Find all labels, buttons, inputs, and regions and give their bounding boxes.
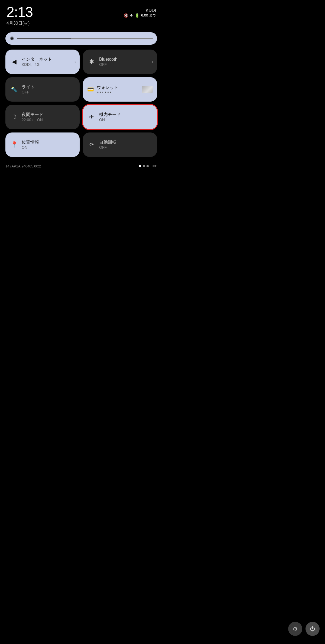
wallet-label: ウォレット: [97, 85, 139, 90]
tile-airplane[interactable]: ✈ 機内モード ON: [83, 105, 157, 129]
mute-icon: 🔇: [124, 13, 128, 18]
rotation-icon: ⟳: [88, 141, 95, 148]
status-icons: 🔇 ✈ 🔋 6:00 まで: [124, 13, 156, 18]
airplane-label: 機内モード: [99, 112, 121, 118]
airplane-status-icon: ✈: [130, 13, 133, 18]
nightmode-icon: ☽: [10, 114, 18, 121]
flashlight-icon: 🔦: [10, 86, 18, 92]
location-label: 位置情報: [22, 140, 39, 145]
wallet-card: [142, 86, 153, 93]
tile-bluetooth[interactable]: ✱ Bluetooth OFF ›: [83, 50, 157, 74]
nightmode-sublabel: 22:00 に ON: [22, 117, 43, 122]
wallet-dots: •••• ••••: [97, 90, 139, 94]
tile-nightmode[interactable]: ☽ 夜間モード 22:00 に ON: [5, 105, 80, 129]
tiles-grid: ◀ インターネット KDDI、4G › ✱ Bluetooth OFF › 🔦 …: [0, 50, 162, 157]
page-dot-2: [143, 165, 145, 167]
tile-internet[interactable]: ◀ インターネット KDDI、4G ›: [5, 50, 80, 74]
rotation-sublabel: OFF: [99, 145, 116, 150]
status-date: 4月30日(火): [0, 21, 162, 30]
brightness-bar[interactable]: ✺: [5, 32, 157, 45]
location-tile-text: 位置情報 ON: [22, 140, 39, 150]
bluetooth-chevron: ›: [152, 60, 153, 64]
build-info: 14 (AP1A.240405.002): [5, 164, 135, 168]
location-icon: 📍: [10, 141, 18, 148]
bottom-bar: 14 (AP1A.240405.002) ✏: [0, 160, 162, 172]
internet-icon: ◀: [10, 58, 18, 65]
tile-location[interactable]: 📍 位置情報 ON: [5, 132, 80, 157]
edit-icon[interactable]: ✏: [152, 163, 157, 169]
tile-flashlight[interactable]: 🔦 ライト OFF: [5, 77, 80, 102]
rotation-tile-text: 自動回転 OFF: [99, 140, 116, 150]
page-dot-3: [147, 165, 149, 167]
location-sublabel: ON: [22, 145, 39, 150]
battery-icon: 🔋: [135, 13, 139, 18]
brightness-fill: [17, 38, 71, 39]
nightmode-tile-text: 夜間モード 22:00 に ON: [22, 112, 43, 122]
tile-wallet[interactable]: 💳 ウォレット •••• ••••: [83, 77, 157, 102]
status-bar: 2:13 KDDI 🔇 ✈ 🔋 6:00 まで: [0, 0, 162, 21]
bluetooth-tile-text: Bluetooth OFF: [99, 57, 118, 67]
tile-rotation[interactable]: ⟳ 自動回転 OFF: [83, 132, 157, 157]
bluetooth-label: Bluetooth: [99, 57, 118, 62]
page-dot-1: [139, 165, 141, 167]
status-time: 2:13: [6, 5, 33, 19]
internet-tile-text: インターネット KDDI、4G: [22, 57, 52, 67]
wallet-info: ウォレット •••• ••••: [97, 85, 139, 94]
page-dots: [139, 165, 149, 167]
airplane-tile-text: 機内モード ON: [99, 112, 121, 122]
internet-label: インターネット: [22, 57, 52, 62]
battery-label: 6:00 まで: [141, 13, 156, 18]
flashlight-tile-text: ライト OFF: [22, 84, 35, 95]
wallet-icon: 💳: [87, 86, 94, 93]
internet-chevron: ›: [74, 60, 76, 64]
brightness-icon: ✺: [10, 35, 14, 42]
rotation-label: 自動回転: [99, 140, 116, 145]
nightmode-label: 夜間モード: [22, 112, 43, 118]
bluetooth-icon: ✱: [88, 58, 95, 65]
airplane-sublabel: ON: [99, 117, 121, 122]
airplane-icon: ✈: [88, 114, 95, 121]
flashlight-label: ライト: [22, 84, 35, 90]
internet-sublabel: KDDI、4G: [22, 62, 52, 67]
brightness-track[interactable]: [17, 38, 153, 39]
flashlight-sublabel: OFF: [22, 90, 35, 95]
bluetooth-sublabel: OFF: [99, 62, 118, 67]
status-carrier: KDDI: [124, 8, 156, 13]
